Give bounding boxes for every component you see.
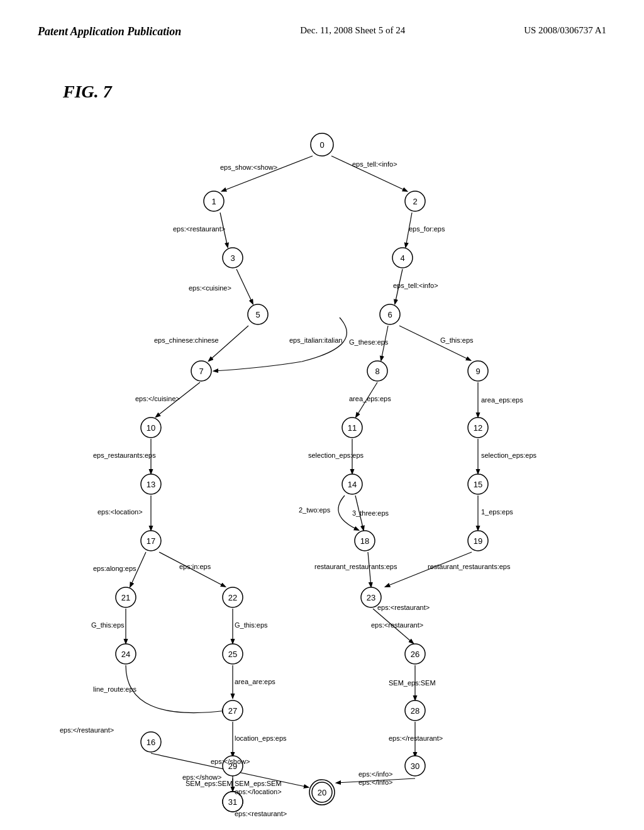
svg-text:10: 10 bbox=[147, 423, 155, 433]
svg-text:27: 27 bbox=[228, 706, 237, 716]
svg-text:area_eps:eps: area_eps:eps bbox=[481, 396, 523, 404]
node-27: 27 bbox=[223, 700, 243, 721]
svg-text:5: 5 bbox=[255, 310, 260, 319]
svg-text:30: 30 bbox=[411, 761, 419, 771]
svg-text:eps:</show>: eps:</show> bbox=[211, 758, 250, 765]
svg-text:selection_eps:eps: selection_eps:eps bbox=[308, 451, 364, 459]
svg-text:SEM_eps:SEM: SEM_eps:SEM bbox=[186, 780, 233, 787]
node-2: 2 bbox=[405, 191, 425, 211]
node-24: 24 bbox=[116, 644, 136, 664]
svg-text:9: 9 bbox=[475, 367, 480, 376]
node-15: 15 bbox=[468, 474, 488, 494]
svg-text:eps:</cuisine>: eps:</cuisine> bbox=[135, 395, 180, 402]
node-20: 20 bbox=[309, 780, 335, 805]
svg-text:12: 12 bbox=[474, 423, 482, 433]
svg-text:eps:</location>: eps:</location> bbox=[235, 788, 282, 795]
node-3: 3 bbox=[223, 248, 243, 268]
svg-text:19: 19 bbox=[474, 536, 482, 546]
node-28: 28 bbox=[405, 700, 425, 721]
node-4: 4 bbox=[392, 248, 413, 268]
node-0: 0 bbox=[311, 133, 333, 156]
svg-text:G_this:eps: G_this:eps bbox=[91, 621, 125, 629]
svg-text:eps_tell:<info>: eps_tell:<info> bbox=[352, 160, 397, 168]
node-26: 26 bbox=[405, 644, 425, 664]
svg-text:eps_tell:<info>: eps_tell:<info> bbox=[393, 282, 438, 289]
node-18: 18 bbox=[355, 531, 375, 551]
svg-text:eps:in:eps: eps:in:eps bbox=[179, 563, 211, 570]
svg-text:2_two:eps: 2_two:eps bbox=[299, 506, 331, 514]
svg-text:17: 17 bbox=[147, 536, 155, 546]
svg-text:area_eps:eps: area_eps:eps bbox=[349, 395, 391, 402]
svg-text:2: 2 bbox=[413, 197, 417, 206]
svg-text:31: 31 bbox=[228, 797, 237, 807]
svg-text:1: 1 bbox=[211, 197, 216, 206]
svg-text:eps:<cuisine>: eps:<cuisine> bbox=[189, 284, 231, 292]
node-21: 21 bbox=[116, 587, 136, 607]
node-19: 19 bbox=[468, 531, 488, 551]
svg-text:eps:</info>: eps:</info> bbox=[358, 770, 392, 778]
svg-text:eps_show:<show>: eps_show:<show> bbox=[220, 163, 277, 171]
node-16: 16 bbox=[141, 732, 161, 752]
svg-line-8 bbox=[236, 269, 253, 304]
svg-text:eps:<restaurant>: eps:<restaurant> bbox=[371, 621, 423, 629]
svg-text:26: 26 bbox=[411, 650, 419, 659]
svg-text:16: 16 bbox=[147, 738, 155, 747]
svg-text:eps_for:eps: eps_for:eps bbox=[409, 225, 445, 233]
svg-text:11: 11 bbox=[348, 423, 357, 433]
svg-text:3_three:eps: 3_three:eps bbox=[352, 509, 389, 517]
svg-text:0: 0 bbox=[319, 140, 324, 150]
svg-text:25: 25 bbox=[228, 650, 237, 659]
svg-text:23: 23 bbox=[367, 593, 375, 602]
svg-text:7: 7 bbox=[199, 367, 203, 376]
svg-text:eps:</restaurant>: eps:</restaurant> bbox=[60, 726, 114, 734]
svg-text:eps:<restaurant>: eps:<restaurant> bbox=[377, 604, 430, 611]
svg-text:eps:</restaurant>: eps:</restaurant> bbox=[389, 734, 443, 742]
svg-text:3: 3 bbox=[230, 253, 235, 263]
svg-text:eps_italian:italian: eps_italian:italian bbox=[289, 336, 342, 344]
page: Patent Application Publication Dec. 11, … bbox=[0, 0, 644, 830]
node-14: 14 bbox=[342, 474, 362, 494]
svg-text:selection_eps:eps: selection_eps:eps bbox=[481, 451, 537, 459]
node-17: 17 bbox=[141, 531, 161, 551]
node-6: 6 bbox=[380, 304, 400, 324]
svg-text:13: 13 bbox=[147, 480, 155, 489]
svg-text:eps:<restaurant>: eps:<restaurant> bbox=[235, 810, 287, 817]
svg-text:6: 6 bbox=[387, 310, 392, 319]
node-12: 12 bbox=[468, 418, 488, 438]
svg-text:G_this:eps: G_this:eps bbox=[440, 336, 474, 344]
node-1: 1 bbox=[204, 191, 224, 211]
svg-text:eps_chinese:chinese: eps_chinese:chinese bbox=[154, 336, 219, 344]
svg-text:4: 4 bbox=[400, 253, 404, 263]
node-7: 7 bbox=[191, 361, 211, 381]
svg-text:SEM_eps:SEM: SEM_eps:SEM bbox=[389, 679, 436, 687]
svg-text:eps:<restaurant>: eps:<restaurant> bbox=[173, 225, 225, 233]
svg-text:21: 21 bbox=[121, 593, 130, 602]
svg-text:line_route:eps: line_route:eps bbox=[93, 685, 137, 693]
node-5: 5 bbox=[248, 304, 268, 324]
node-22: 22 bbox=[223, 587, 243, 607]
node-25: 25 bbox=[223, 644, 243, 664]
svg-text:22: 22 bbox=[228, 593, 237, 602]
svg-line-0 bbox=[222, 156, 313, 191]
svg-text:eps:<location>: eps:<location> bbox=[97, 508, 143, 516]
svg-text:G_this:eps: G_this:eps bbox=[235, 621, 268, 629]
svg-text:28: 28 bbox=[411, 706, 419, 716]
svg-text:restaurant_restaurants:eps: restaurant_restaurants:eps bbox=[314, 563, 397, 570]
node-30: 30 bbox=[405, 756, 425, 776]
svg-text:G_these:eps: G_these:eps bbox=[349, 338, 389, 346]
svg-text:18: 18 bbox=[360, 536, 369, 546]
svg-text:8: 8 bbox=[375, 367, 379, 376]
svg-text:eps:along:eps: eps:along:eps bbox=[93, 565, 136, 572]
svg-text:location_eps:eps: location_eps:eps bbox=[235, 734, 287, 742]
node-10: 10 bbox=[141, 418, 161, 438]
diagram-svg: eps_show:<show> eps_tell:<info> eps:<res… bbox=[0, 0, 644, 830]
svg-text:15: 15 bbox=[474, 480, 482, 489]
node-13: 13 bbox=[141, 474, 161, 494]
svg-text:SEM_eps:SEM: SEM_eps:SEM bbox=[235, 780, 282, 787]
svg-text:24: 24 bbox=[121, 650, 130, 659]
svg-text:14: 14 bbox=[348, 480, 357, 489]
node-9: 9 bbox=[468, 361, 488, 381]
svg-text:eps:</info>: eps:</info> bbox=[358, 778, 392, 786]
node-8: 8 bbox=[367, 361, 387, 381]
svg-text:20: 20 bbox=[318, 788, 326, 797]
